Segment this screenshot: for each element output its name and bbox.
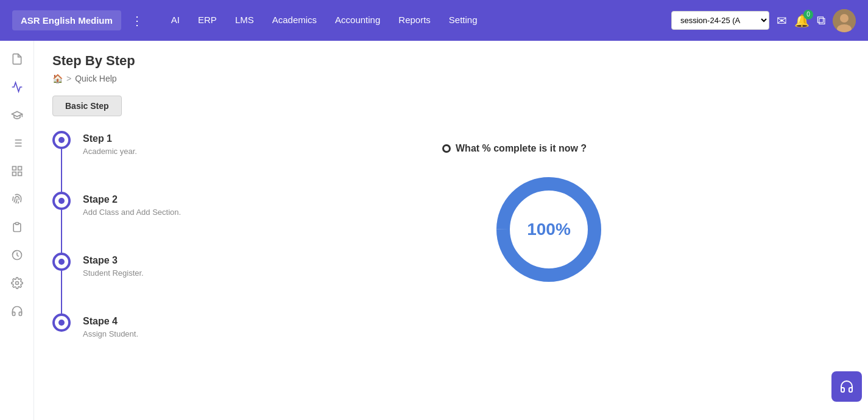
nav-accounting[interactable]: Accounting [335,11,380,30]
chart-radio-icon [442,144,451,153]
sidebar-chart-icon[interactable] [5,75,29,99]
sidebar-document-icon[interactable] [5,47,29,71]
nav-lms[interactable]: LMS [235,11,254,30]
navbar: ASR English Medium ⋮ AI ERP LMS Academic… [0,0,868,41]
step-circle-inner-4 [58,320,65,326]
step-connector-1 [61,149,62,192]
donut-container: 100% [442,169,655,290]
main-content: Step By Step 🏠 > Quick Help Basic Step S… [34,41,868,420]
nav-links: AI ERP LMS Academics Accounting Reports … [171,11,665,30]
nav-reports[interactable]: Reports [398,11,431,30]
dots-menu[interactable]: ⋮ [127,13,147,28]
session-select[interactable]: session-24-25 (A [671,11,769,30]
step-info-1: Step 1 Academic year. [83,131,137,156]
basic-step-tab[interactable]: Basic Step [52,96,122,116]
chart-question: What % complete is it now ? [456,143,587,154]
sidebar-settings-icon[interactable] [5,271,29,295]
step-circle-3 [52,253,71,271]
step-connector-3 [61,271,62,313]
sidebar-clipboard-icon[interactable] [5,215,29,239]
step-desc-4: Assign Student. [83,329,138,338]
sidebar-support-icon[interactable] [5,299,29,323]
nav-erp[interactable]: ERP [198,11,217,30]
step-circle-4 [52,313,71,332]
svg-rect-13 [15,223,18,225]
sidebar-list-icon[interactable] [5,131,29,155]
step-circle-inner-3 [58,259,65,265]
home-icon[interactable]: 🏠 [52,74,63,83]
sidebar-graduation-icon[interactable] [5,103,29,127]
step-title-4: Stape 4 [83,316,138,327]
step-item-2: Stape 2 Add Class and Add Section. [52,192,418,253]
chart-header: What % complete is it now ? [442,143,655,154]
step-circle-1 [52,131,71,149]
step-line-col-3 [52,253,71,313]
nav-ai[interactable]: AI [171,11,180,30]
mail-icon[interactable]: ✉ [777,13,787,28]
notif-badge: 0 [803,10,813,19]
sidebar-fingerprint-icon[interactable] [5,187,29,211]
svg-rect-10 [18,167,21,170]
nav-academics[interactable]: Academics [272,11,317,30]
donut-percent-label: 100% [527,220,571,239]
step-title-1: Step 1 [83,133,137,144]
step-item-4: Stape 4 Assign Student. [52,313,418,338]
brand-label: ASR English Medium [12,10,121,30]
svg-point-1 [840,14,849,23]
sidebar-history-icon[interactable] [5,243,29,267]
step-item-3: Stape 3 Student Register. [52,253,418,313]
step-line-col-2 [52,192,71,253]
notification-icon[interactable]: 🔔 0 [794,13,810,28]
step-desc-3: Student Register. [83,268,144,278]
svg-rect-11 [18,172,21,176]
svg-point-15 [15,282,18,285]
breadcrumb-current: Quick Help [75,74,116,83]
step-line-col-4 [52,313,71,332]
step-item-1: Step 1 Academic year. [52,131,418,192]
navbar-right: session-24-25 (A ✉ 🔔 0 ⧉ [671,9,856,32]
page-title: Step By Step [52,53,850,69]
step-title-3: Stape 3 [83,255,144,266]
chart-section: What % complete is it now ? 100% [442,131,655,338]
step-desc-2: Add Class and Add Section. [83,208,181,217]
layers-icon[interactable]: ⧉ [817,13,825,27]
step-info-3: Stape 3 Student Register. [83,253,144,278]
step-desc-1: Academic year. [83,147,137,156]
tab-bar: Basic Step [52,96,850,116]
svg-rect-9 [12,167,16,170]
breadcrumb: 🏠 > Quick Help [52,74,850,83]
steps-chart-container: Step 1 Academic year. Stape 2 Add Class … [52,131,850,338]
step-line-col-1 [52,131,71,192]
avatar[interactable] [833,9,856,32]
step-circle-2 [52,192,71,210]
svg-rect-12 [12,172,16,176]
step-circle-inner-2 [58,198,65,204]
step-info-4: Stape 4 Assign Student. [83,313,138,338]
sidebar [0,41,34,420]
steps-list: Step 1 Academic year. Stape 2 Add Class … [52,131,418,338]
step-connector-2 [61,210,62,253]
sidebar-grid-icon[interactable] [5,159,29,183]
step-info-2: Stape 2 Add Class and Add Section. [83,192,181,217]
step-circle-inner-1 [58,137,65,143]
nav-setting[interactable]: Setting [449,11,478,30]
support-button[interactable] [831,371,862,402]
step-title-2: Stape 2 [83,194,181,205]
breadcrumb-chevron: > [66,74,71,83]
